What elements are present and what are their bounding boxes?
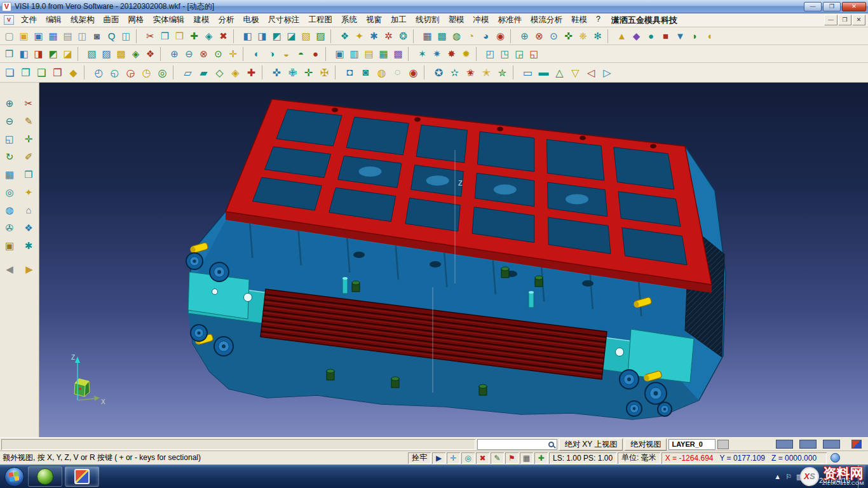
tool-icon[interactable]: ◵	[107, 65, 123, 81]
home-view-icon[interactable]: ⌂	[21, 202, 37, 218]
tool-icon[interactable]: ⊕	[167, 46, 182, 61]
tool-icon[interactable]: ✚	[243, 65, 259, 81]
add-icon[interactable]: ✚	[534, 452, 548, 464]
annotate-icon[interactable]: ✐	[21, 149, 37, 165]
tool-icon[interactable]: ◆	[629, 29, 644, 43]
menu-item[interactable]: 线架构	[66, 13, 99, 27]
tool-icon[interactable]: ✪	[431, 65, 447, 81]
tool-icon[interactable]: △	[552, 65, 567, 81]
back-icon[interactable]: ◀	[2, 261, 18, 277]
tool-icon[interactable]: ◉	[405, 65, 421, 81]
tool-icon[interactable]: ⊙	[546, 29, 561, 43]
move-icon[interactable]: ✛	[21, 131, 37, 147]
minimize-button[interactable]: —	[804, 2, 822, 11]
menu-item[interactable]: 标准件	[494, 13, 527, 27]
tool-icon[interactable]: ◧	[240, 29, 255, 43]
tool-icon[interactable]: ■	[658, 29, 673, 43]
tool-icon[interactable]: ◒	[279, 46, 294, 61]
tool-icon[interactable]: ▲	[614, 29, 629, 43]
tool-icon[interactable]: ✻	[590, 29, 605, 43]
layers-icon[interactable]: ▣	[2, 238, 18, 254]
tool-icon[interactable]: ▣	[332, 46, 347, 61]
save-all-icon[interactable]: ▦	[46, 29, 60, 43]
tool-icon[interactable]: ●	[644, 29, 658, 43]
sketch-icon[interactable]: ✎	[21, 113, 37, 129]
tool-icon[interactable]: ✲	[381, 29, 396, 43]
tool-icon[interactable]: ◷	[139, 65, 154, 81]
tool-icon[interactable]: ❖	[337, 29, 352, 43]
tool-icon[interactable]: ▼	[673, 29, 688, 43]
tool-icon[interactable]: ✂	[143, 29, 158, 43]
tape-icon[interactable]: ✇	[2, 220, 18, 236]
viewport-canvas[interactable]: Z Z X	[39, 83, 868, 437]
tool-icon[interactable]: ◕	[478, 29, 493, 43]
menu-item[interactable]: 实体编辑	[149, 13, 189, 27]
layer-combobox[interactable]: LAYER_0	[668, 439, 715, 450]
tool-icon[interactable]: ✛	[301, 65, 316, 81]
tool-icon[interactable]: ✸	[444, 46, 459, 61]
forward-icon[interactable]: ▶	[22, 261, 37, 277]
menu-item[interactable]: 曲面	[99, 13, 124, 27]
action-center-icon[interactable]: ⚐	[785, 473, 792, 481]
print-preview-icon[interactable]: ◫	[75, 29, 90, 43]
cursor-mode-icon[interactable]: ▶	[432, 452, 445, 464]
menu-item[interactable]: 冲模	[469, 13, 494, 27]
tool-icon[interactable]: ◨	[31, 46, 46, 61]
tool-icon[interactable]: ◴	[91, 65, 107, 81]
star-icon[interactable]: ✱	[21, 238, 37, 254]
tool-icon[interactable]: ◉	[493, 29, 508, 43]
flag-icon[interactable]: ⚑	[505, 452, 519, 464]
tool-icon[interactable]: ▩	[435, 29, 449, 43]
solid-view-icon[interactable]: ❒	[21, 166, 37, 182]
viewport-layout-button-3[interactable]	[823, 440, 840, 449]
menu-item[interactable]: 鞋模	[567, 13, 592, 27]
menu-item[interactable]: 视窗	[362, 13, 386, 27]
menu-item[interactable]: 塑模	[444, 13, 469, 27]
open-file-icon[interactable]: ▣	[17, 29, 31, 43]
tool-icon[interactable]: ▰	[196, 65, 212, 81]
close-button[interactable]: ✕	[842, 2, 866, 11]
tool-icon[interactable]: ▩	[391, 46, 405, 61]
maximize-button[interactable]: ❐	[823, 2, 841, 11]
tool-icon[interactable]: ◔	[464, 29, 478, 43]
save-icon[interactable]: ▣	[31, 29, 46, 43]
taskbar-app-visi[interactable]	[28, 466, 62, 487]
mdi-minimize-button[interactable]: —	[824, 15, 837, 25]
menu-item[interactable]: 线切割	[411, 13, 444, 27]
tool-icon[interactable]: ✜	[269, 65, 285, 81]
start-button[interactable]	[1, 466, 27, 487]
tool-icon[interactable]: ◱	[527, 46, 541, 61]
tool-icon[interactable]: ◇	[212, 65, 227, 81]
tool-icon[interactable]: ✜	[561, 29, 576, 43]
tool-icon[interactable]: ⊙	[211, 46, 226, 61]
tool-icon[interactable]: ✷	[430, 46, 444, 61]
new-file-icon[interactable]: ▢	[2, 29, 17, 43]
tool-icon[interactable]: ❒	[2, 46, 17, 61]
layer-color-swatch[interactable]	[717, 440, 729, 449]
tool-icon[interactable]: ▱	[180, 65, 196, 81]
tool-icon[interactable]: ▥	[347, 46, 362, 61]
view-abs-button[interactable]: 绝对视图	[625, 438, 667, 451]
tool-icon[interactable]: ❒	[158, 29, 172, 43]
tool-icon[interactable]: ●	[308, 46, 323, 61]
tool-icon[interactable]: ▧	[299, 29, 313, 43]
tool-icon[interactable]: ✶	[415, 46, 430, 61]
percent-icon[interactable]: ◎	[461, 452, 475, 464]
tool-icon[interactable]: ▽	[567, 65, 583, 81]
tool-icon[interactable]: ◪	[284, 29, 299, 43]
tool-icon[interactable]: ✹	[459, 46, 473, 61]
titlebar[interactable]: V VISI 19.0 from Vero Software - 2012030…	[0, 0, 868, 13]
print-icon[interactable]: ▤	[60, 29, 75, 43]
tool-icon[interactable]: ✮	[494, 65, 510, 81]
tool-icon[interactable]: ◎	[154, 65, 170, 81]
tool-icon[interactable]: ❖	[143, 46, 158, 61]
tool-icon[interactable]: ◗	[688, 29, 702, 43]
rotate-view-icon[interactable]: ↻	[2, 149, 18, 165]
zoom-out-icon[interactable]: ⊖	[2, 113, 18, 129]
zoom-window-icon[interactable]: ◱	[2, 131, 18, 147]
tool-icon[interactable]: ✦	[352, 29, 367, 43]
tool-icon[interactable]: ▦	[420, 29, 435, 43]
tool-icon[interactable]: ◍	[449, 29, 464, 43]
tool-icon[interactable]: ✙	[285, 65, 301, 81]
edit-icon[interactable]: ✎	[491, 452, 504, 464]
